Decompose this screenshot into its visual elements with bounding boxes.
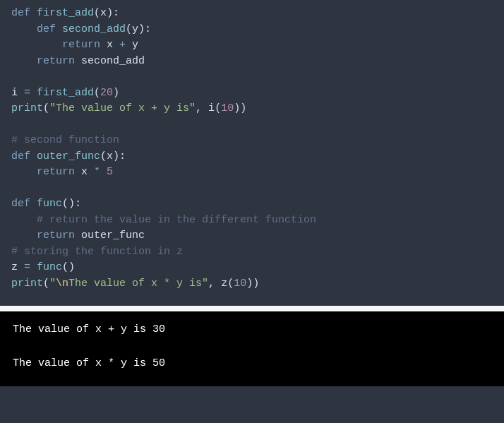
number: 10 bbox=[221, 102, 234, 114]
function-name: outer_func bbox=[37, 150, 100, 162]
identifier: y bbox=[132, 39, 138, 51]
param: x bbox=[107, 150, 113, 162]
string: "\nThe value of x * y is" bbox=[49, 278, 208, 290]
identifier: second_add bbox=[81, 55, 145, 67]
number: 20 bbox=[100, 87, 113, 99]
operator: * bbox=[94, 166, 100, 178]
paren: )) bbox=[246, 278, 259, 290]
keyword-def: def bbox=[11, 150, 30, 162]
comma: , bbox=[196, 102, 202, 114]
param: x bbox=[100, 7, 107, 19]
identifier: x bbox=[81, 166, 88, 178]
keyword-def: def bbox=[11, 7, 30, 19]
operator-eq: = bbox=[24, 261, 30, 273]
keyword-return: return bbox=[37, 230, 75, 242]
identifier: i bbox=[11, 87, 18, 99]
comment: # return the value in the different func… bbox=[37, 214, 316, 226]
string: "The value of x + y is" bbox=[49, 102, 196, 114]
keyword-def: def bbox=[37, 23, 56, 35]
string-body: The value of x * y is" bbox=[68, 278, 208, 290]
paren: ( bbox=[126, 23, 132, 35]
identifier: z bbox=[11, 261, 18, 273]
keyword-return: return bbox=[37, 55, 75, 67]
identifier: i bbox=[208, 102, 215, 114]
paren: ( bbox=[227, 278, 234, 290]
operator-eq: = bbox=[24, 87, 30, 99]
paren: ( bbox=[43, 278, 49, 290]
keyword-return: return bbox=[37, 166, 75, 178]
code-editor: def first_add(x): def second_add(y): ret… bbox=[0, 0, 504, 306]
paren: ): bbox=[138, 23, 151, 35]
output-console: The value of x + y is 30 The value of x … bbox=[0, 306, 504, 386]
paren: ( bbox=[100, 150, 107, 162]
string-quote: " bbox=[49, 278, 56, 290]
paren: ( bbox=[43, 102, 49, 114]
comment: # storing the function in z bbox=[11, 246, 183, 258]
number: 5 bbox=[107, 166, 113, 178]
paren: (): bbox=[62, 198, 81, 210]
comment: # second function bbox=[11, 134, 119, 146]
function-call: first_add bbox=[37, 87, 94, 99]
paren: ( bbox=[215, 102, 221, 114]
print-call: print bbox=[11, 278, 43, 290]
paren: ( bbox=[94, 7, 100, 19]
number: 10 bbox=[234, 278, 246, 290]
paren: ): bbox=[107, 7, 119, 19]
identifier: x bbox=[107, 39, 113, 51]
function-call: func bbox=[37, 261, 62, 273]
paren: ): bbox=[113, 150, 126, 162]
identifier: outer_func bbox=[81, 230, 145, 242]
function-name: func bbox=[37, 198, 62, 210]
keyword-return: return bbox=[62, 39, 100, 51]
identifier: z bbox=[221, 278, 227, 290]
function-name: second_add bbox=[62, 23, 126, 35]
comma: , bbox=[208, 278, 215, 290]
param: y bbox=[132, 23, 138, 35]
paren: ( bbox=[94, 87, 100, 99]
paren: () bbox=[62, 261, 75, 273]
keyword-def: def bbox=[11, 198, 30, 210]
output-line: The value of x + y is 30 bbox=[13, 323, 165, 335]
paren: )) bbox=[234, 102, 246, 114]
paren: ) bbox=[113, 87, 119, 99]
operator: + bbox=[119, 39, 126, 51]
output-line: The value of x * y is 50 bbox=[13, 357, 165, 369]
escape-sequence: \n bbox=[56, 278, 68, 290]
function-name: first_add bbox=[37, 7, 94, 19]
print-call: print bbox=[11, 102, 43, 114]
